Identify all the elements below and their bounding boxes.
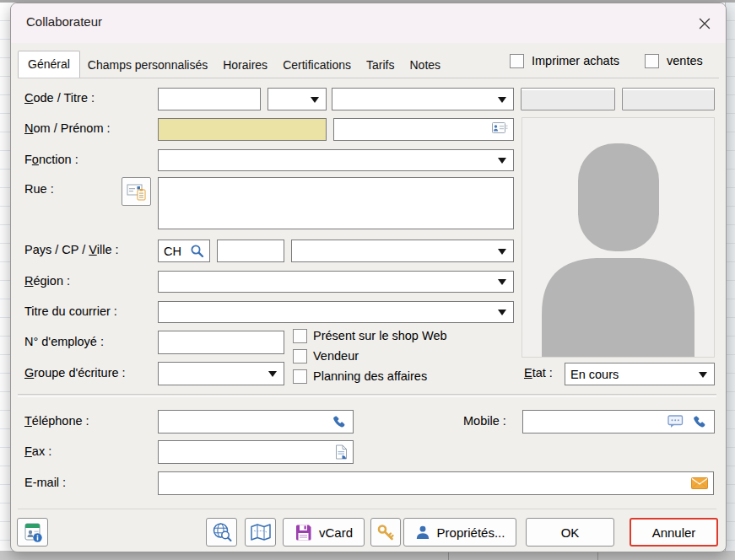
proprietes-button-label: Propriétés...	[437, 525, 505, 540]
access-rights-button[interactable]	[370, 518, 401, 547]
fonction-combo[interactable]	[158, 149, 514, 171]
chevron-down-icon	[311, 97, 319, 103]
disabled-field-2	[622, 88, 715, 110]
close-button[interactable]	[692, 11, 717, 36]
photo-placeholder[interactable]	[522, 117, 715, 358]
chevron-down-icon	[498, 249, 506, 255]
tab-horaires[interactable]: Horaires	[215, 54, 275, 78]
titlebar: Collaborateur	[11, 3, 726, 43]
shop-web-label[interactable]: Présent sur le shop Web	[313, 329, 447, 342]
contact-folder-info-icon	[22, 521, 44, 543]
tab-tarifs[interactable]: Tarifs	[359, 54, 402, 78]
phone-icon[interactable]	[332, 415, 346, 429]
collaborator-info-button[interactable]	[17, 518, 48, 547]
chevron-down-icon	[498, 97, 506, 103]
telephone-input[interactable]	[158, 410, 354, 433]
imprimer-achats-checkbox[interactable]	[510, 54, 524, 68]
collaborateur-dialog: Collaborateur Général Champs personnalis…	[10, 3, 727, 552]
pays-value: CH	[164, 245, 181, 258]
tab-certifications[interactable]: Certifications	[275, 54, 359, 78]
tab-baseline	[18, 78, 719, 78]
num-employe-input[interactable]	[158, 331, 284, 354]
code-titre-label: Code / Titre :	[24, 91, 95, 105]
groupe-ecriture-label: Groupe d'écriture :	[24, 366, 126, 380]
tab-notes[interactable]: Notes	[403, 54, 449, 78]
email-label: E-mail :	[24, 476, 66, 489]
tab-general[interactable]: Général	[18, 51, 80, 78]
chevron-down-icon	[498, 158, 506, 164]
sms-icon[interactable]	[667, 415, 684, 428]
fax-input[interactable]	[158, 440, 354, 464]
phone-icon[interactable]	[692, 415, 706, 429]
tab-champs-personnalises[interactable]: Champs personnalisés	[80, 54, 215, 78]
contact-card-icon[interactable]	[492, 122, 508, 134]
shop-web-checkbox[interactable]	[293, 329, 307, 343]
groupe-ecriture-combo[interactable]	[158, 362, 284, 385]
chevron-down-icon	[498, 310, 506, 315]
vcard-button-label: vCard	[319, 525, 353, 540]
vendeur-label[interactable]: Vendeur	[313, 349, 359, 363]
mobile-input[interactable]	[522, 410, 715, 433]
titre-combo[interactable]	[268, 88, 327, 110]
envelope-icon[interactable]	[691, 477, 708, 489]
cp-input[interactable]	[217, 240, 284, 262]
window-title: Collaborateur	[26, 14, 102, 29]
fonction-label: Fonction :	[24, 153, 78, 166]
region-label: Région :	[24, 274, 70, 288]
rue-label: Rue :	[24, 182, 54, 196]
address-card-icon	[127, 182, 147, 201]
pays-field[interactable]: CH	[158, 240, 210, 262]
titre-courrier-label: Titre du courrier :	[24, 304, 117, 318]
etat-label: Etat :	[524, 366, 553, 380]
ok-button[interactable]: OK	[526, 518, 614, 547]
map-button[interactable]	[245, 518, 276, 547]
ville-combo[interactable]	[291, 240, 514, 262]
etat-combo[interactable]: En cours	[565, 363, 715, 385]
map-icon	[250, 523, 272, 541]
separator	[18, 394, 716, 397]
nom-input[interactable]	[158, 118, 327, 141]
chevron-down-icon	[699, 372, 707, 378]
proprietes-button[interactable]: Propriétés...	[403, 518, 516, 547]
tab-bar: Général Champs personnalisés Horaires Ce…	[18, 51, 448, 78]
chevron-down-icon	[268, 371, 277, 377]
vendeur-checkbox[interactable]	[293, 349, 307, 363]
titre2-combo[interactable]	[332, 88, 514, 110]
rue-textarea[interactable]	[158, 177, 514, 229]
search-icon[interactable]	[190, 244, 204, 258]
imprimer-ventes-checkbox[interactable]	[645, 54, 659, 68]
web-search-button[interactable]	[206, 518, 237, 547]
vcard-button[interactable]: vCard	[283, 518, 365, 547]
separator	[18, 509, 716, 511]
titre-courrier-combo[interactable]	[158, 301, 514, 323]
nom-prenom-label: Nom / Prénom :	[24, 121, 111, 135]
mobile-label: Mobile :	[463, 414, 506, 428]
code-input[interactable]	[158, 88, 261, 110]
avatar-silhouette-icon	[522, 118, 714, 357]
person-icon	[415, 525, 430, 540]
address-button[interactable]	[122, 177, 151, 206]
fax-label: Fax :	[24, 444, 51, 458]
key-icon	[376, 523, 395, 541]
ok-button-label: OK	[561, 525, 580, 540]
chevron-down-icon	[498, 279, 506, 285]
region-combo[interactable]	[158, 271, 514, 293]
imprimer-achats-label[interactable]: Imprimer achats	[532, 54, 619, 67]
planning-affaires-checkbox[interactable]	[293, 369, 307, 384]
num-employe-label: N° d'employé :	[24, 335, 104, 348]
floppy-disk-icon	[295, 524, 312, 541]
imprimer-ventes-label[interactable]: ventes	[667, 54, 703, 67]
annuler-button-label: Annuler	[652, 525, 696, 540]
planning-affaires-label[interactable]: Planning des affaires	[313, 369, 427, 383]
etat-value: En cours	[570, 368, 619, 381]
globe-search-icon	[211, 522, 233, 542]
disabled-field-1	[521, 88, 615, 110]
telephone-label: Téléphone :	[24, 414, 89, 428]
close-icon	[695, 14, 714, 33]
email-input[interactable]	[158, 471, 714, 495]
annuler-button[interactable]: Annuler	[630, 518, 718, 547]
pays-cp-ville-label: Pays / CP / Ville :	[24, 243, 119, 256]
fax-document-icon[interactable]	[335, 444, 348, 460]
prenom-input[interactable]	[333, 118, 514, 141]
